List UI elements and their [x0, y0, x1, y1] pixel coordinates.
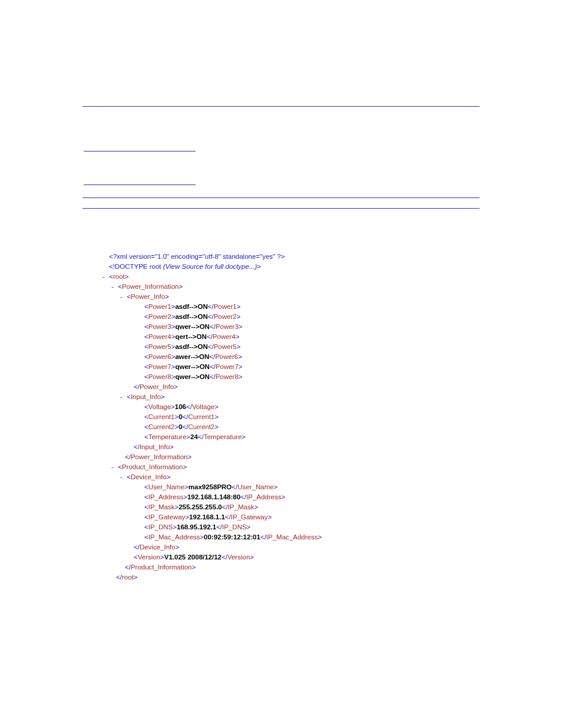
- collapse-toggle[interactable]: -: [109, 462, 116, 472]
- power-entry: <Power2>asdf-->ON</Power2>: [144, 312, 480, 322]
- collapse-toggle[interactable]: -: [118, 392, 125, 402]
- link-placeholder: [84, 142, 196, 151]
- input-info-open[interactable]: - <Input_Info>: [118, 392, 480, 402]
- input-info-close: </Input_Info>: [134, 442, 480, 452]
- power-information-close: </Power_Information>: [125, 452, 480, 462]
- power-info-open[interactable]: - <Power_Info>: [118, 292, 480, 302]
- device-info-close: </Device_Info>: [134, 542, 480, 552]
- doctype: <!DOCTYPE root (View Source for full doc…: [109, 262, 480, 272]
- product-information-open[interactable]: - <Product_Information>: [109, 462, 480, 472]
- power-entry: <Power5>asdf-->ON</Power5>: [144, 342, 480, 352]
- collapse-toggle[interactable]: -: [109, 282, 116, 292]
- url-line-1: [82, 142, 480, 153]
- power-entry: <Power6>awer-->ON</Power6>: [144, 352, 480, 362]
- user-name-entry: <User_Name>max9258PRO</User_Name>: [144, 482, 480, 492]
- device-info-open[interactable]: - <Device_Info>: [118, 472, 480, 482]
- power-entry: <Power3>qwer-->ON</Power3>: [144, 322, 480, 332]
- url-line-2: [82, 176, 480, 187]
- power-info-close: </Power_Info>: [134, 382, 480, 392]
- root-close: </root>: [116, 572, 480, 582]
- temperature-entry: <Temperature>24</Temperature>: [144, 432, 480, 442]
- version-entry: <Version>V1.025 2008/12/12</Version>: [134, 552, 480, 562]
- root-open[interactable]: - <root>: [100, 272, 480, 282]
- current1-entry: <Current1>0</Current1>: [144, 412, 480, 422]
- xml-tree: <?xml version="1.0" encoding="utf-8" sta…: [100, 252, 480, 582]
- ip-mac-entry: <IP_Mac_Address>00:92:59:12:12:01</IP_Ma…: [144, 532, 480, 542]
- collapse-toggle[interactable]: -: [100, 272, 107, 282]
- collapse-toggle[interactable]: -: [118, 472, 125, 482]
- voltage-entry: <Voltage>106</Voltage>: [144, 402, 480, 412]
- full-rule-2: [82, 200, 480, 209]
- product-information-close: </Product_Information>: [125, 562, 480, 572]
- ip-gateway-entry: <IP_Gateway>192.168.1.1</IP_Gateway>: [144, 512, 480, 522]
- link-placeholder: [84, 176, 196, 185]
- xml-declaration: <?xml version="1.0" encoding="utf-8" sta…: [109, 252, 480, 262]
- section-heading-rule: [82, 83, 480, 107]
- full-rule-1: [82, 189, 480, 198]
- ip-address-entry: <IP_Address>192.168.1.148:80</IP_Address…: [144, 492, 480, 502]
- power-entry: <Power1>asdf-->ON</Power1>: [144, 302, 480, 312]
- power-entry: <Power4>qert-->ON</Power4>: [144, 332, 480, 342]
- current2-entry: <Current2>0</Current2>: [144, 422, 480, 432]
- ip-dns-entry: <IP_DNS>168.95.192.1</IP_DNS>: [144, 522, 480, 532]
- collapse-toggle[interactable]: -: [118, 292, 125, 302]
- power-entry: <Power8>qwer-->ON</Power8>: [144, 372, 480, 382]
- power-information-open[interactable]: - <Power_Information>: [109, 282, 480, 292]
- power-entry: <Power7>qwer-->ON</Power7>: [144, 362, 480, 372]
- ip-mask-entry: <IP_Mask>255.255.255.0</IP_Mask>: [144, 502, 480, 512]
- document-page: <?xml version="1.0" encoding="utf-8" sta…: [0, 0, 562, 641]
